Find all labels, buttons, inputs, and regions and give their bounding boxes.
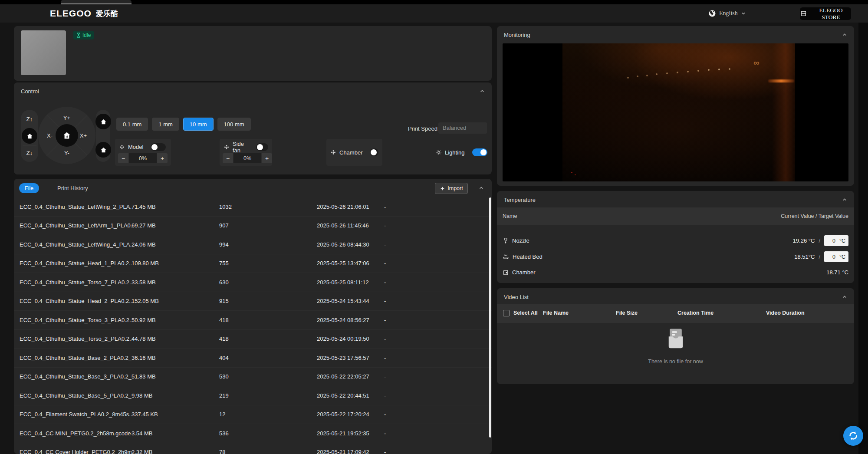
y-plus-button[interactable]: Y+ (63, 115, 70, 121)
xy-jog-pad: Y+ Y- X- X+ (38, 107, 95, 164)
sync-fab-button[interactable] (843, 426, 863, 446)
model-fan-stepper: − 0% + (118, 153, 168, 163)
file-creation-time: 2025-05-21 19:52:35 (317, 430, 384, 437)
fan-icon (224, 144, 230, 150)
file-size: 50.92 MB (132, 317, 219, 323)
nozzle-target-input[interactable]: 0 °C (824, 235, 848, 246)
file-list-scrollbar[interactable] (489, 197, 491, 438)
elegoo-store-button[interactable]: ELEGOO STORE (800, 7, 851, 20)
file-row[interactable]: ECC_0.4_Cthulhu_Statue_Torso_7_PLA0.2...… (14, 273, 492, 292)
temperature-value-header: Current Value / Target Value (781, 213, 848, 219)
y-minus-button[interactable]: Y- (64, 150, 69, 156)
import-label: Import (447, 185, 463, 191)
file-print-duration: - (384, 204, 492, 210)
tab-print-history[interactable]: Print History (52, 183, 93, 193)
chamber-fan-toggle[interactable] (370, 148, 378, 156)
file-print-duration: - (384, 298, 492, 304)
home-xy-button[interactable] (95, 142, 111, 158)
side-fan-minus-button[interactable]: − (223, 153, 233, 163)
lighting-group: Lighting (432, 139, 491, 166)
file-row[interactable]: ECC_0.4_Cthulhu_Statue_LeftWing_4_PLA...… (14, 235, 492, 254)
file-size: 152.05 MB (132, 298, 219, 304)
camera-led-dot (571, 172, 572, 173)
monitoring-card: Monitoring ∞ (497, 26, 854, 186)
file-row[interactable]: ECC_0.4_Cthulhu_Statue_Base_3_PLA0.2_...… (14, 368, 492, 387)
select-all-checkbox[interactable] (503, 310, 510, 316)
file-size: 36.16 MB (132, 355, 219, 361)
step-100mm-button[interactable]: 100 mm (217, 118, 251, 131)
step-0.1mm-button[interactable]: 0.1 mm (116, 118, 148, 131)
x-plus-button[interactable]: X+ (80, 132, 87, 139)
side-fan-toggle[interactable] (256, 143, 268, 151)
file-print-duration: - (384, 241, 492, 248)
fan-icon (119, 144, 125, 150)
column-file-name: File Name (543, 310, 569, 316)
z-home-button[interactable] (22, 128, 37, 144)
video-list-collapse-button[interactable] (841, 293, 848, 300)
side-fan-panel: Side fan − 0% + (220, 139, 272, 166)
monitoring-collapse-button[interactable] (841, 31, 848, 38)
home-all-button[interactable] (95, 114, 111, 129)
file-layer-count: 630 (219, 279, 317, 286)
file-creation-time: 2025-05-26 21:06:01 (317, 204, 384, 210)
file-layer-count: 755 (219, 260, 317, 266)
file-name: ECC_0.4_CC MINI_PETG0.2_2h58m.gcode (20, 430, 132, 437)
print-speed-select[interactable]: Balanced (438, 122, 487, 134)
tab-file[interactable]: File (19, 183, 39, 193)
heated-bed-target-input[interactable]: 0 °C (824, 251, 848, 262)
lighting-toggle[interactable] (472, 148, 487, 156)
file-row[interactable]: ECC_0.4_Filament Swatch_PLA0.2_8m45s....… (14, 405, 492, 424)
file-layer-count: 78 (219, 449, 317, 454)
column-video-duration: Video Duration (766, 310, 805, 316)
file-row[interactable]: ECC_0.4_Cthulhu_Statue_Torso_2_PLA0.2...… (14, 330, 492, 349)
temperature-collapse-button[interactable] (841, 196, 848, 203)
file-row[interactable]: ECC_0.4_Cthulhu_Statue_Head_1_PLA0.2... … (14, 254, 492, 273)
file-layer-count: 12 (219, 411, 317, 418)
file-print-duration: - (384, 317, 492, 323)
z-down-button[interactable]: Z↓ (21, 145, 38, 160)
file-row[interactable]: ECC_0.4_CC Cover Holder_PETG0.2_2h9m... … (14, 443, 492, 454)
file-name: ECC_0.4_Cthulhu_Statue_Head_1_PLA0.2... (20, 260, 132, 266)
file-print-duration: - (384, 222, 492, 229)
file-creation-time: 2025-05-22 17:20:24 (317, 411, 384, 418)
language-selector[interactable]: English (708, 4, 746, 23)
model-fan-toggle[interactable] (151, 143, 166, 151)
file-list-card: File Print History Import ECC_0.4_Cthulh… (14, 179, 492, 454)
file-layer-count: 418 (219, 336, 317, 342)
file-print-duration: - (384, 449, 492, 454)
file-row[interactable]: ECC_0.4_Cthulhu_Statue_Base_5_PLA0.2_...… (14, 386, 492, 405)
file-row[interactable]: ECC_0.4_Cthulhu_Statue_Base_2_PLA0.2_...… (14, 349, 492, 368)
file-creation-time: 2025-05-25 08:11:12 (317, 279, 384, 286)
file-row[interactable]: ECC_0.4_Cthulhu_Statue_Torso_3_PLA0.2...… (14, 311, 492, 330)
file-list-collapse-button[interactable] (478, 184, 485, 191)
sun-icon (436, 149, 442, 155)
file-layer-count: 994 (219, 241, 317, 248)
chamber-icon (503, 270, 509, 276)
step-1mm-button[interactable]: 1 mm (152, 118, 179, 131)
model-fan-plus-button[interactable]: + (157, 153, 168, 163)
file-name: ECC_0.4_Cthulhu_Statue_Base_3_PLA0.2_... (20, 373, 132, 380)
step-10mm-button[interactable]: 10 mm (183, 118, 214, 131)
file-row[interactable]: ECC_0.4_Cthulhu_Statue_LeftWing_2_PLA...… (14, 197, 492, 217)
file-name: ECC_0.4_Cthulhu_Statue_LeftWing_4_PLA... (20, 241, 132, 248)
file-creation-time: 2025-05-22 22:05:27 (317, 373, 384, 380)
video-list-title: Video List (504, 294, 529, 300)
control-collapse-button[interactable] (479, 88, 486, 95)
home-jog-pill (96, 110, 110, 162)
side-fan-label: Side fan (233, 141, 249, 154)
toggle-knob (371, 149, 377, 155)
import-button[interactable]: Import (435, 183, 468, 194)
xy-home-button[interactable] (56, 124, 78, 147)
nozzle-temp-row: Nozzle 19.26 °C / 0 °C (497, 233, 854, 249)
camera-video-frame: ∞ (562, 43, 795, 181)
file-name: ECC_0.4_Cthulhu_Statue_Torso_3_PLA0.2... (20, 317, 132, 323)
file-row[interactable]: ECC_0.4_Cthulhu_Statue_LeftArm_1_PLA0...… (14, 217, 492, 236)
model-fan-minus-button[interactable]: − (118, 153, 128, 163)
file-row[interactable]: ECC_0.4_CC MINI_PETG0.2_2h58m.gcode 3.54… (14, 424, 492, 443)
file-layer-count: 404 (219, 355, 317, 361)
side-fan-plus-button[interactable]: + (262, 153, 272, 163)
z-up-button[interactable]: Z↑ (21, 112, 38, 126)
x-minus-button[interactable]: X- (47, 132, 53, 139)
file-creation-time: 2025-05-23 17:56:57 (317, 355, 384, 361)
file-row[interactable]: ECC_0.4_Cthulhu_Statue_Head_2_PLA0.2... … (14, 292, 492, 311)
